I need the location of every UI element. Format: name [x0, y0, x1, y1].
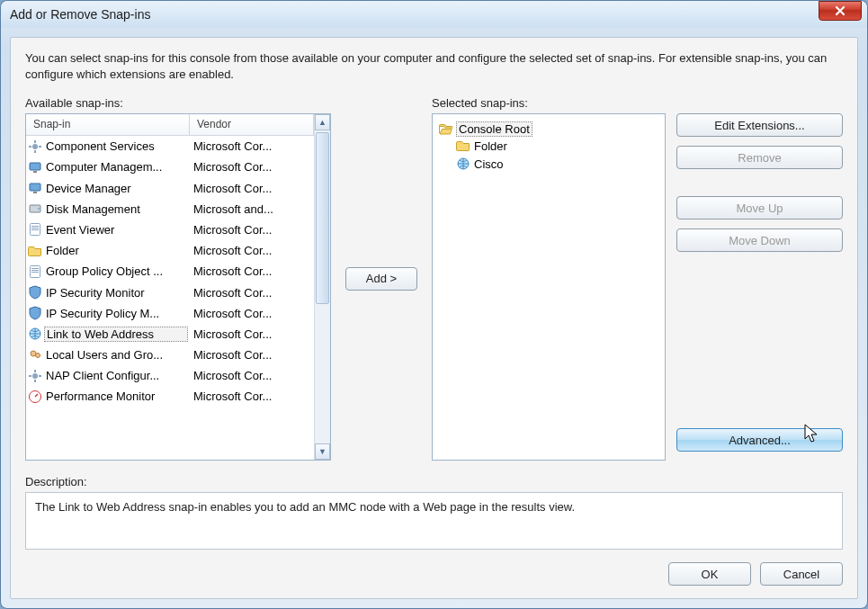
- title-bar: Add or Remove Snap-ins: [1, 1, 867, 28]
- folder-open-icon: [438, 122, 452, 137]
- performance-icon: [26, 390, 44, 404]
- intro-text: You can select snap-ins for this console…: [25, 50, 843, 82]
- selected-tree[interactable]: Console Root FolderCisco: [432, 113, 666, 461]
- computer-management-icon: [26, 160, 44, 175]
- list-item-name: IP Security Monitor: [44, 286, 188, 300]
- description-area: Description: The Link to Web Address sna…: [25, 475, 843, 550]
- disk-management-icon: [26, 202, 44, 216]
- list-item-name: Event Viewer: [44, 223, 188, 237]
- cancel-button[interactable]: Cancel: [760, 562, 843, 586]
- list-item[interactable]: Device ManagerMicrosoft Cor...: [26, 177, 314, 198]
- list-item[interactable]: IP Security MonitorMicrosoft Cor...: [26, 282, 314, 302]
- tree-item-label: Cisco: [474, 157, 504, 171]
- list-item[interactable]: Component ServicesMicrosoft Cor...: [26, 136, 314, 157]
- edit-extensions-button[interactable]: Edit Extensions...: [676, 113, 843, 137]
- list-header: Snap-in Vendor: [26, 114, 314, 136]
- list-item-name: Performance Monitor: [44, 390, 188, 403]
- list-item-name: Folder: [44, 244, 188, 257]
- move-down-button[interactable]: Move Down: [676, 228, 843, 252]
- nap-client-icon: [26, 369, 44, 383]
- list-item[interactable]: IP Security Policy M...Microsoft Cor...: [26, 303, 314, 324]
- list-item-vendor: Microsoft Cor...: [188, 139, 314, 153]
- list-item[interactable]: NAP Client Configur...Microsoft Cor...: [26, 365, 314, 386]
- middle-column: Add >: [342, 96, 421, 461]
- list-item-name: Component Services: [44, 139, 188, 153]
- move-up-button[interactable]: Move Up: [676, 196, 843, 219]
- scroll-track[interactable]: [315, 130, 330, 443]
- folder-icon: [26, 244, 44, 258]
- close-button[interactable]: [819, 1, 862, 21]
- list-item-vendor: Microsoft Cor...: [188, 369, 314, 382]
- folder-icon: [456, 139, 470, 153]
- description-box: The Link to Web Address snap-in enables …: [25, 492, 843, 550]
- advanced-button[interactable]: Advanced...: [676, 428, 843, 452]
- list-item[interactable]: FolderMicrosoft Cor...: [26, 240, 314, 261]
- available-listbox[interactable]: Snap-in Vendor Component ServicesMicroso…: [25, 113, 331, 461]
- list-item-vendor: Microsoft Cor...: [188, 160, 314, 174]
- list-item[interactable]: Computer Managem...Microsoft Cor...: [26, 157, 314, 177]
- window-title: Add or Remove Snap-ins: [10, 7, 150, 22]
- list-item-name: IP Security Policy M...: [44, 307, 188, 320]
- list-item-name: NAP Client Configur...: [44, 369, 188, 382]
- list-item-vendor: Microsoft Cor...: [188, 348, 314, 362]
- scroll-up-button[interactable]: ▲: [315, 114, 330, 130]
- list-item-vendor: Microsoft Cor...: [188, 327, 314, 341]
- tree-item-label: Folder: [474, 139, 507, 153]
- ip-sec-policy-icon: [26, 306, 44, 320]
- local-users-icon: [26, 348, 44, 363]
- description-text: The Link to Web Address snap-in enables …: [35, 500, 575, 514]
- selected-column: Selected snap-ins: Console Root FolderCi…: [432, 96, 666, 461]
- list-item-vendor: Microsoft Cor...: [188, 223, 314, 237]
- client-area: You can select snap-ins for this console…: [10, 37, 858, 599]
- scroll-thumb[interactable]: [316, 132, 329, 304]
- list-item-name: Link to Web Address: [44, 327, 188, 342]
- remove-button[interactable]: Remove: [676, 146, 843, 169]
- list-item-name: Disk Management: [44, 202, 188, 216]
- list-item-name: Group Policy Object ...: [44, 264, 188, 278]
- header-vendor[interactable]: Vendor: [190, 114, 314, 135]
- web-link-icon: [26, 327, 44, 341]
- actions-column: Edit Extensions... Remove Move Up Move D…: [676, 96, 843, 461]
- selected-label: Selected snap-ins:: [432, 96, 666, 110]
- list-item-name: Device Manager: [44, 182, 188, 195]
- event-viewer-icon: [26, 222, 44, 237]
- tree-root-label: Console Root: [456, 121, 532, 137]
- ok-button[interactable]: OK: [668, 562, 751, 586]
- list-item[interactable]: Local Users and Gro...Microsoft Cor...: [26, 345, 314, 365]
- list-item[interactable]: Group Policy Object ...Microsoft Cor...: [26, 261, 314, 282]
- tree-item[interactable]: Cisco: [456, 155, 659, 173]
- list-item-vendor: Microsoft Cor...: [188, 390, 314, 403]
- work-area: Available snap-ins: Snap-in Vendor Compo…: [25, 96, 843, 461]
- tree-item[interactable]: Folder: [456, 137, 659, 155]
- group-policy-icon: [26, 264, 44, 279]
- list-item[interactable]: Performance MonitorMicrosoft Cor...: [26, 386, 314, 407]
- tree-root[interactable]: Console Root FolderCisco: [438, 120, 659, 175]
- list-item-vendor: Microsoft Cor...: [188, 286, 314, 300]
- device-manager-icon: [26, 181, 44, 195]
- list-item-name: Computer Managem...: [44, 160, 188, 174]
- web-link-icon: [456, 157, 470, 171]
- list-item[interactable]: Link to Web AddressMicrosoft Cor...: [26, 324, 314, 345]
- available-label: Available snap-ins:: [25, 96, 331, 110]
- list-item-vendor: Microsoft Cor...: [188, 264, 314, 278]
- list-item-vendor: Microsoft Cor...: [188, 182, 314, 195]
- header-snapin[interactable]: Snap-in: [26, 114, 190, 135]
- scrollbar-vertical[interactable]: ▲ ▼: [314, 114, 330, 460]
- component-services-icon: [26, 139, 44, 154]
- list-item-vendor: Microsoft Cor...: [188, 244, 314, 257]
- list-item-name: Local Users and Gro...: [44, 348, 188, 362]
- close-icon: [834, 5, 846, 16]
- footer: OK Cancel: [25, 562, 843, 586]
- add-button[interactable]: Add >: [345, 267, 417, 291]
- list-item-vendor: Microsoft and...: [188, 202, 314, 216]
- list-item[interactable]: Event ViewerMicrosoft Cor...: [26, 219, 314, 240]
- ip-sec-monitor-icon: [26, 285, 44, 300]
- list-item[interactable]: Disk ManagementMicrosoft and...: [26, 199, 314, 219]
- dialog-window: Add or Remove Snap-ins You can select sn…: [0, 0, 868, 609]
- available-column: Available snap-ins: Snap-in Vendor Compo…: [25, 96, 331, 461]
- list-item-vendor: Microsoft Cor...: [188, 307, 314, 320]
- scroll-down-button[interactable]: ▼: [315, 443, 330, 460]
- description-label: Description:: [25, 475, 843, 488]
